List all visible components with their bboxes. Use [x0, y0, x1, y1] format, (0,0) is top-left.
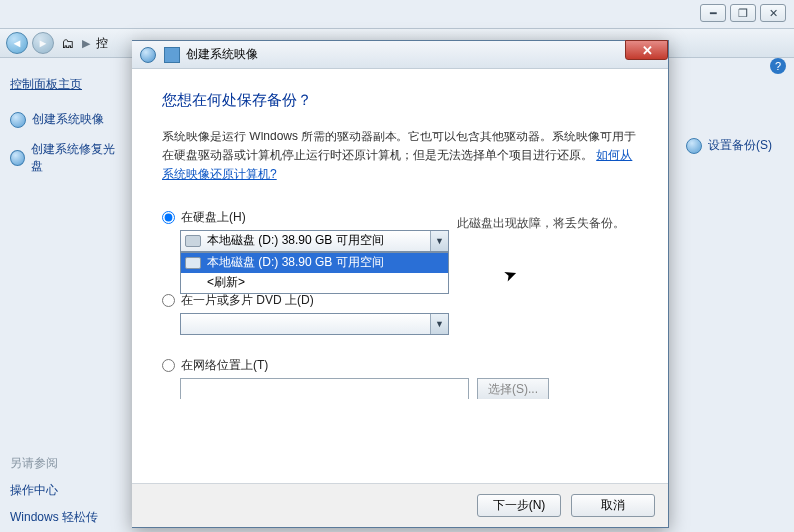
sidebar-home-link[interactable]: 控制面板主页 [10, 76, 120, 93]
sidebar-item-label: 创建系统修复光盘 [31, 141, 120, 175]
dropdown-item-refresh[interactable]: <刷新> [181, 273, 448, 293]
breadcrumb-text[interactable]: 控 [96, 35, 108, 52]
wizard-close-button[interactable]: ✕ [625, 40, 668, 60]
disk-dropdown: 本地磁盘 (D:) 38.90 GB 可用空间 <刷新> [180, 252, 449, 294]
backup-icon [164, 47, 180, 63]
shield-icon [10, 150, 25, 166]
cancel-button[interactable]: 取消 [571, 494, 655, 517]
network-path-input[interactable] [180, 378, 469, 399]
window-controls: ━ ❐ ✕ [700, 4, 786, 22]
sidebar-item-create-repair-disc[interactable]: 创建系统修复光盘 [10, 141, 120, 175]
radio-dvd[interactable] [162, 294, 175, 307]
next-button[interactable]: 下一步(N) [477, 494, 561, 517]
wizard-footer: 下一步(N) 取消 [132, 483, 668, 527]
task-setup-backup[interactable]: 设置备份(S) [686, 137, 772, 154]
wizard-app-icon [140, 47, 156, 63]
sidebar-link-easy-transfer[interactable]: Windows 轻松传 [10, 509, 98, 526]
task-label: 设置备份(S) [708, 137, 772, 154]
see-also-heading: 另请参阅 [10, 455, 98, 472]
select-network-button[interactable]: 选择(S)... [477, 378, 549, 399]
disk-combo[interactable]: 本地磁盘 (D:) 38.90 GB 可用空间 ▼ [180, 230, 449, 252]
option-dvd: 在一片或多片 DVD 上(D) ▼ [162, 292, 639, 335]
option-network: 在网络位置上(T) 选择(S)... [162, 357, 639, 399]
chevron-down-icon[interactable]: ▼ [430, 314, 448, 334]
forward-button[interactable]: ► [32, 32, 54, 54]
control-panel-sidebar: 控制面板主页 创建系统映像 创建系统修复光盘 另请参阅 操作中心 Windows… [0, 58, 130, 532]
radio-label-dvd: 在一片或多片 DVD 上(D) [181, 292, 314, 309]
drive-icon [185, 235, 201, 247]
maximize-button[interactable]: ❐ [730, 4, 756, 22]
wizard-titlebar[interactable]: 创建系统映像 ✕ [132, 41, 668, 69]
shield-icon [10, 112, 26, 128]
wizard-title: 创建系统映像 [186, 46, 258, 63]
help-icon[interactable]: ? [770, 58, 786, 74]
minimize-button[interactable]: ━ [700, 4, 726, 22]
sidebar-link-action-center[interactable]: 操作中心 [10, 482, 98, 499]
radio-network[interactable] [162, 359, 175, 372]
description-text: 系统映像是运行 Windows 所需的驱动器副本。它也可以包含其他驱动器。系统映… [162, 130, 636, 162]
wizard-heading: 您想在何处保存备份？ [162, 91, 639, 110]
wizard-body: 您想在何处保存备份？ 系统映像是运行 Windows 所需的驱动器副本。它也可以… [132, 69, 668, 399]
dropdown-item-label: <刷新> [207, 274, 245, 291]
radio-label-hard-disk: 在硬盘上(H) [181, 209, 246, 226]
dropdown-item-label: 本地磁盘 (D:) 38.90 GB 可用空间 [207, 254, 384, 271]
shield-icon [686, 138, 702, 154]
option-hard-disk: 在硬盘上(H) 本地磁盘 (D:) 38.90 GB 可用空间 ▼ 本地磁盘 (… [162, 209, 639, 232]
close-button[interactable]: ✕ [760, 4, 786, 22]
create-system-image-wizard: 创建系统映像 ✕ 您想在何处保存备份？ 系统映像是运行 Windows 所需的驱… [132, 40, 669, 528]
dropdown-item-d[interactable]: 本地磁盘 (D:) 38.90 GB 可用空间 [181, 253, 448, 273]
breadcrumb-sep: ▶ [80, 37, 92, 50]
sidebar-item-create-image[interactable]: 创建系统映像 [10, 111, 120, 128]
combo-selected-text: 本地磁盘 (D:) 38.90 GB 可用空间 [207, 232, 384, 249]
back-button[interactable]: ◄ [6, 32, 28, 54]
drive-icon [185, 257, 201, 269]
dvd-combo[interactable]: ▼ [180, 313, 449, 335]
sidebar-see-also: 另请参阅 操作中心 Windows 轻松传 [10, 455, 98, 526]
wizard-description: 系统映像是运行 Windows 所需的驱动器副本。它也可以包含其他驱动器。系统映… [162, 128, 639, 185]
chevron-down-icon[interactable]: ▼ [430, 231, 448, 251]
radio-hard-disk[interactable] [162, 211, 175, 224]
sidebar-item-label: 创建系统映像 [32, 111, 104, 128]
radio-label-network: 在网络位置上(T) [181, 357, 268, 374]
recent-icon[interactable]: 🗂 [58, 34, 76, 52]
